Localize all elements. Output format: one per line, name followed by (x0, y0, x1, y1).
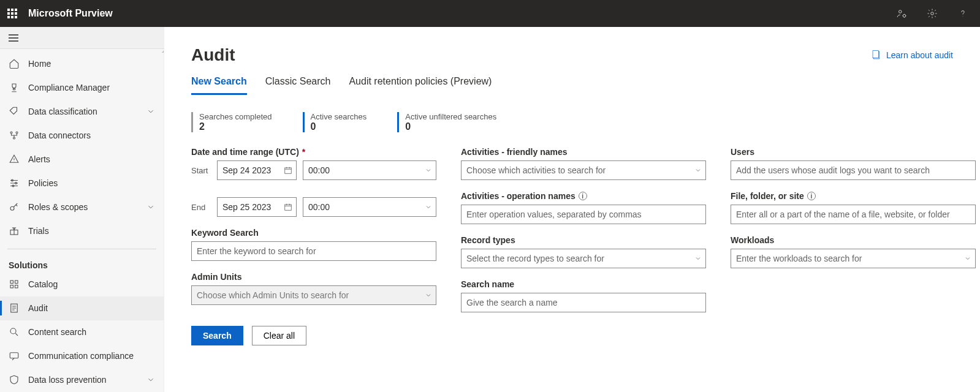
record-types-label: Record types (461, 235, 706, 245)
sidebar-item-label: Data classification (28, 107, 138, 116)
calendar-icon (284, 166, 292, 175)
start-date-input[interactable]: Sep 24 2023 (217, 160, 297, 180)
learn-about-audit-link[interactable]: Learn about audit (872, 50, 953, 60)
sidebar-item-data-classification[interactable]: Data classification (0, 99, 164, 123)
help-icon[interactable] (953, 4, 973, 23)
start-time-select[interactable]: 00:00 (303, 160, 436, 180)
search-name-input[interactable] (461, 293, 706, 312)
chevron-down-icon (146, 107, 155, 116)
sidebar-item-alerts[interactable]: Alerts (0, 147, 164, 171)
record-types-select[interactable]: Select the record types to search for (461, 249, 706, 268)
product-title: Microsoft Purview (28, 8, 113, 19)
topbar: Microsoft Purview (0, 0, 980, 27)
sidebar-item-catalog[interactable]: Catalog (0, 273, 164, 296)
grid-icon (9, 279, 20, 290)
sidebar-item-trials[interactable]: Trials (0, 219, 164, 243)
chevron-down-icon (425, 167, 432, 174)
svg-rect-12 (15, 281, 18, 284)
tab-audit-retention-policies[interactable]: Audit retention policies (Preview) (349, 76, 492, 95)
sidebar-item-label: Communication compliance (28, 351, 155, 361)
svg-point-5 (13, 137, 15, 139)
chevron-down-icon (694, 167, 702, 174)
app-launcher-icon[interactable] (7, 9, 17, 18)
sidebar-item-data-loss-prevention[interactable]: Data loss prevention (0, 368, 164, 392)
sidebar-item-roles-scopes[interactable]: Roles & scopes (0, 195, 164, 219)
stat-value: 0 (405, 121, 496, 132)
home-icon (9, 58, 20, 69)
info-icon[interactable]: i (807, 192, 816, 200)
svg-rect-14 (15, 285, 18, 288)
search-button[interactable]: Search (191, 326, 243, 345)
connectors-icon (9, 130, 20, 141)
info-icon[interactable]: i (579, 192, 587, 200)
tag-icon (9, 106, 20, 117)
stat-label: Active unfiltered searches (405, 112, 496, 121)
end-time-select[interactable]: 00:00 (303, 197, 436, 217)
activities-ops-input[interactable] (461, 205, 706, 224)
key-icon (9, 202, 20, 213)
shield-icon (9, 374, 20, 385)
svg-rect-13 (10, 285, 13, 288)
page-title: Audit (191, 45, 235, 65)
sidebar-item-policies[interactable]: Policies (0, 171, 164, 195)
learn-link-label: Learn about audit (886, 50, 953, 60)
alert-icon (9, 154, 20, 165)
search-name-label: Search name (461, 279, 706, 289)
svg-rect-11 (10, 281, 13, 284)
chevron-down-icon (964, 255, 971, 262)
document-link-icon (872, 50, 881, 60)
sidebar-item-home[interactable]: Home (0, 51, 164, 75)
svg-point-9 (10, 206, 14, 210)
hamburger-icon[interactable] (9, 34, 18, 42)
start-label: Start (191, 166, 211, 175)
sidebar-item-data-connectors[interactable]: Data connectors (0, 123, 164, 147)
people-settings-icon[interactable] (892, 4, 911, 23)
calendar-icon (284, 203, 292, 211)
sidebar-item-label: Data loss prevention (28, 375, 138, 385)
svg-rect-20 (285, 168, 292, 173)
workloads-select[interactable]: Enter the workloads to search for (731, 249, 976, 268)
file-folder-input[interactable] (731, 205, 976, 224)
stat-active-unfiltered-searches: Active unfiltered searches 0 (397, 112, 496, 132)
sidebar-item-label: Audit (28, 303, 155, 313)
sidebar: Home Compliance Manager Data classificat… (0, 49, 164, 392)
svg-point-4 (16, 132, 18, 134)
stat-value: 0 (311, 121, 367, 132)
sidebar-item-label: Home (28, 59, 155, 69)
svg-point-16 (10, 328, 16, 334)
stat-label: Active searches (311, 112, 367, 121)
svg-point-1 (903, 15, 906, 18)
activities-friendly-label: Activities - friendly names (461, 147, 706, 157)
chevron-down-icon (146, 203, 155, 211)
admin-units-select[interactable]: Choose which Admin Units to search for (191, 285, 436, 305)
main-content: Audit Learn about audit New Search Class… (164, 27, 980, 392)
sliders-icon (9, 178, 20, 189)
sidebar-hamburger-row (0, 27, 164, 49)
sidebar-item-label: Data connectors (28, 130, 155, 140)
clear-all-button[interactable]: Clear all (252, 326, 306, 345)
gear-icon[interactable] (922, 4, 942, 23)
sidebar-item-communication-compliance[interactable]: Communication compliance (0, 344, 164, 368)
end-date-input[interactable]: Sep 25 2023 (217, 197, 297, 217)
svg-point-2 (931, 12, 934, 15)
sidebar-item-label: Catalog (28, 279, 155, 289)
sidebar-item-compliance-manager[interactable]: Compliance Manager (0, 75, 164, 99)
svg-rect-19 (873, 51, 878, 58)
sidebar-item-audit[interactable]: Audit (0, 296, 164, 320)
svg-point-0 (899, 10, 902, 13)
chevron-down-icon (146, 375, 155, 384)
activities-friendly-select[interactable]: Choose which activities to search for (461, 160, 706, 180)
sidebar-item-label: Roles & scopes (28, 202, 138, 212)
date-range-label: Date and time range (UTC)* (191, 147, 436, 157)
tab-classic-search[interactable]: Classic Search (265, 76, 331, 95)
sidebar-item-label: Content search (28, 327, 155, 337)
users-input[interactable] (731, 160, 976, 180)
users-label: Users (731, 147, 976, 157)
activities-ops-label: Activities - operation names i (461, 191, 706, 201)
chevron-down-icon (425, 292, 432, 299)
sidebar-item-label: Trials (28, 226, 155, 236)
svg-rect-17 (10, 353, 18, 358)
keyword-input[interactable] (191, 241, 436, 261)
tab-new-search[interactable]: New Search (191, 76, 247, 95)
sidebar-item-content-search[interactable]: Content search (0, 320, 164, 344)
